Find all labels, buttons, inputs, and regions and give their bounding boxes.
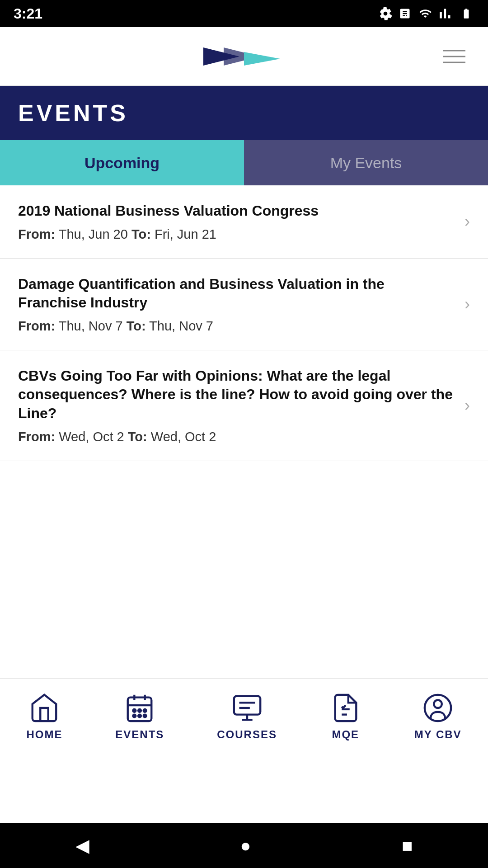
svg-marker-2 — [244, 52, 280, 66]
hamburger-line-3 — [443, 61, 465, 63]
nav-events[interactable]: EVENTS — [106, 688, 173, 745]
gear-icon — [379, 7, 392, 20]
android-back-button[interactable]: ◀ — [75, 835, 89, 856]
svg-point-7 — [133, 709, 136, 712]
event-title-1: Damage Quantification and Business Valua… — [18, 275, 455, 312]
event-content-1: Damage Quantification and Business Valua… — [18, 275, 465, 334]
home-icon — [28, 692, 60, 724]
from-label-2: From: — [18, 429, 55, 444]
signal-icon — [439, 7, 452, 20]
events-page-title: EVENTS — [18, 99, 128, 127]
hamburger-button[interactable] — [438, 45, 470, 67]
bottom-navigation: HOME EVENTS — [0, 678, 488, 778]
nav-mycbv[interactable]: MY CBV — [405, 688, 471, 745]
events-banner: EVENTS — [0, 86, 488, 140]
chevron-right-icon-1: › — [465, 295, 470, 314]
wifi-icon — [418, 7, 433, 20]
event-dates-1: From: Thu, Nov 7 To: Thu, Nov 7 — [18, 319, 455, 334]
svg-point-10 — [133, 715, 136, 717]
from-date-2: Wed, Oct 2 — [59, 429, 128, 444]
status-time: 3:21 — [14, 5, 42, 22]
to-date-2: Wed, Oct 2 — [151, 429, 216, 444]
logo-graphic — [199, 38, 289, 75]
svg-point-11 — [138, 715, 141, 717]
person-icon — [422, 692, 454, 724]
event-item-1[interactable]: Damage Quantification and Business Valua… — [0, 259, 488, 350]
nav-home-label: HOME — [26, 728, 62, 741]
logo — [199, 38, 289, 75]
svg-point-9 — [144, 709, 146, 712]
event-dates-0: From: Thu, Jun 20 To: Fri, Jun 21 — [18, 227, 455, 242]
tab-upcoming[interactable]: Upcoming — [0, 140, 244, 185]
nav-events-label: EVENTS — [115, 728, 164, 741]
battery-icon — [458, 8, 474, 19]
tab-myevents[interactable]: My Events — [244, 140, 488, 185]
status-bar: 3:21 — [0, 0, 488, 27]
from-date-0: Thu, Jun 20 — [59, 227, 131, 241]
svg-point-12 — [144, 715, 146, 717]
nav-courses[interactable]: COURSES — [208, 688, 286, 745]
nav-mycbv-label: MY CBV — [414, 728, 462, 741]
event-title-2: CBVs Going Too Far with Opinions: What a… — [18, 367, 455, 423]
nav-mqe-label: MQE — [332, 728, 359, 741]
event-content-0: 2019 National Business Valuation Congres… — [18, 202, 465, 242]
svg-rect-13 — [234, 696, 260, 715]
events-tabs: Upcoming My Events — [0, 140, 488, 185]
nav-courses-label: COURSES — [217, 728, 277, 741]
android-recent-button[interactable]: ■ — [402, 835, 413, 856]
chevron-right-icon-2: › — [465, 396, 470, 415]
nav-home[interactable]: HOME — [17, 688, 71, 745]
calendar-icon — [124, 692, 155, 724]
svg-point-21 — [434, 700, 442, 708]
from-label-1: From: — [18, 319, 55, 333]
event-item-0[interactable]: 2019 National Business Valuation Congres… — [0, 185, 488, 259]
chevron-right-icon-0: › — [465, 212, 470, 231]
sim-icon — [399, 7, 411, 20]
to-label-0: To: — [131, 227, 151, 241]
to-date-1: Thu, Nov 7 — [149, 319, 213, 333]
hamburger-line-2 — [443, 56, 465, 57]
to-label-1: To: — [127, 319, 146, 333]
to-date-0: Fri, Jun 21 — [155, 227, 216, 241]
svg-point-8 — [138, 709, 141, 712]
event-item-2[interactable]: CBVs Going Too Far with Opinions: What a… — [0, 350, 488, 461]
courses-icon — [231, 692, 263, 724]
android-home-button[interactable]: ● — [240, 835, 251, 856]
nav-mqe[interactable]: MQE — [321, 688, 371, 745]
app-header — [0, 27, 488, 86]
mqe-icon — [330, 692, 361, 724]
event-title-0: 2019 National Business Valuation Congres… — [18, 202, 455, 221]
from-label-0: From: — [18, 227, 55, 241]
hamburger-line-1 — [443, 50, 465, 51]
event-dates-2: From: Wed, Oct 2 To: Wed, Oct 2 — [18, 429, 455, 444]
from-date-1: Thu, Nov 7 — [59, 319, 127, 333]
to-label-2: To: — [128, 429, 147, 444]
event-content-2: CBVs Going Too Far with Opinions: What a… — [18, 367, 465, 444]
status-icons — [379, 7, 474, 20]
main-content: EVENTS Upcoming My Events 2019 National … — [0, 27, 488, 823]
android-nav-bar: ◀ ● ■ — [0, 823, 488, 868]
